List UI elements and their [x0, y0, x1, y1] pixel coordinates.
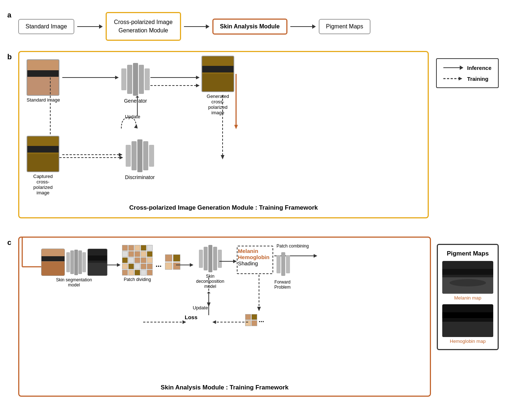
- svg-marker-20: [459, 77, 462, 80]
- arrow-2: [184, 24, 209, 29]
- yellow-training-box: Standard image: [18, 51, 429, 218]
- arrow-seg-to-patch: [107, 261, 121, 269]
- section-b-content: Standard image: [18, 51, 499, 218]
- svg-marker-16: [136, 96, 139, 98]
- section-c-label: c: [7, 238, 11, 247]
- arrow-3: [290, 24, 316, 29]
- arrow-decomp-to-mhs: [219, 258, 238, 265]
- patch-dividing-label: Patch dividing: [122, 277, 153, 282]
- discriminator-block: Discriminator: [125, 139, 155, 180]
- svg-marker-7: [196, 76, 200, 79]
- standard-image-box: Standard Image: [18, 19, 74, 34]
- dashed-gen-to-disc: [219, 95, 226, 161]
- pigment-maps-title: Pigment Maps: [442, 250, 493, 257]
- melanin-map-label: Melanin map: [442, 295, 493, 301]
- section-a-label: a: [7, 11, 11, 19]
- svg-marker-25: [117, 263, 121, 267]
- section-c: c: [7, 237, 499, 397]
- pigment-maps-box-c: Pigment Maps Melanin map Hemoglobin map: [437, 244, 499, 350]
- hemoglobin-map-label: Hemoglobin map: [442, 338, 493, 344]
- b-framework-label: Cross-polarized Image Generation Module …: [19, 204, 428, 211]
- section-b: b Standard image: [7, 51, 499, 218]
- generated-image-block: Generated cross-polarized image: [201, 56, 234, 115]
- section-b-label: b: [7, 53, 12, 61]
- nn-after-mhs: [276, 252, 290, 276]
- svg-marker-41: [183, 320, 186, 324]
- legend-box: Inference Training: [436, 58, 499, 88]
- dashed-decomp-to-loss: [205, 278, 212, 307]
- svg-marker-31: [314, 254, 317, 258]
- patch-dividing-block: Patch dividing: [122, 245, 153, 282]
- dashed-gen-to-img: [150, 82, 201, 89]
- svg-marker-33: [257, 307, 261, 311]
- skin-analysis-box: Skin Analysis Module: [212, 19, 287, 35]
- generated-cross-label: Generated cross-polarized image: [201, 94, 234, 115]
- arrow-std-to-gen: [62, 74, 121, 81]
- discriminator-label: Discriminator: [125, 174, 155, 180]
- orange-training-box-c: Skin segmentationmodel: [18, 237, 431, 397]
- pigment-maps-box-a: Pigment Maps: [319, 19, 370, 34]
- svg-marker-1: [115, 76, 119, 79]
- legend-inference: Inference: [443, 64, 491, 71]
- section-a-flow: Standard Image Cross-polarized ImageGene…: [18, 7, 499, 45]
- legend-training: Training: [443, 75, 491, 82]
- svg-marker-9: [196, 84, 200, 87]
- skin-seg-block: Skin segmentationmodel: [41, 249, 107, 288]
- orange-arrow-down: [234, 74, 256, 132]
- arrow-update-to-gen: [134, 96, 141, 118]
- dashed-mhs-to-fp: [255, 275, 263, 311]
- section-c-content: Skin segmentationmodel: [18, 237, 499, 397]
- skin-seg-label: Skin segmentationmodel: [41, 277, 107, 288]
- section-a: a Standard Image Cross-polarized ImageGe…: [7, 7, 499, 45]
- svg-marker-18: [119, 153, 122, 156]
- dashed-cap-to-disc: [62, 151, 124, 158]
- patch-combining-label: Patch combining: [276, 243, 309, 249]
- arrow-patch-to-decomp: [176, 261, 194, 269]
- mhs-dashed-box: [237, 246, 273, 274]
- arrow-1: [77, 24, 103, 29]
- dots-c1: ...: [156, 260, 162, 269]
- dashed-patches-to-loss: [143, 318, 187, 326]
- inference-label: Inference: [467, 65, 491, 71]
- melanin-face-img: [442, 261, 493, 294]
- training-label: Training: [467, 76, 488, 82]
- captured-image-block: Captured cross-polarized image: [27, 136, 59, 195]
- cross-polarized-gen-box: Cross-polarized ImageGeneration Module: [106, 12, 181, 41]
- forward-problem-label: ForwardProblem: [274, 280, 291, 290]
- arrow-gen-to-img: [150, 74, 201, 81]
- dashed-fp-to-loss: [212, 318, 249, 326]
- svg-marker-29: [233, 259, 237, 263]
- hemoglobin-face-img: [442, 304, 493, 337]
- captured-cross-label: Captured cross-polarized image: [27, 174, 59, 195]
- svg-marker-11: [234, 125, 238, 129]
- svg-marker-13: [221, 155, 224, 159]
- svg-marker-37: [207, 302, 211, 307]
- svg-marker-39: [212, 320, 216, 324]
- svg-marker-27: [190, 263, 193, 267]
- c-framework-label: Skin Analysis Module : Training Framewor…: [19, 384, 430, 391]
